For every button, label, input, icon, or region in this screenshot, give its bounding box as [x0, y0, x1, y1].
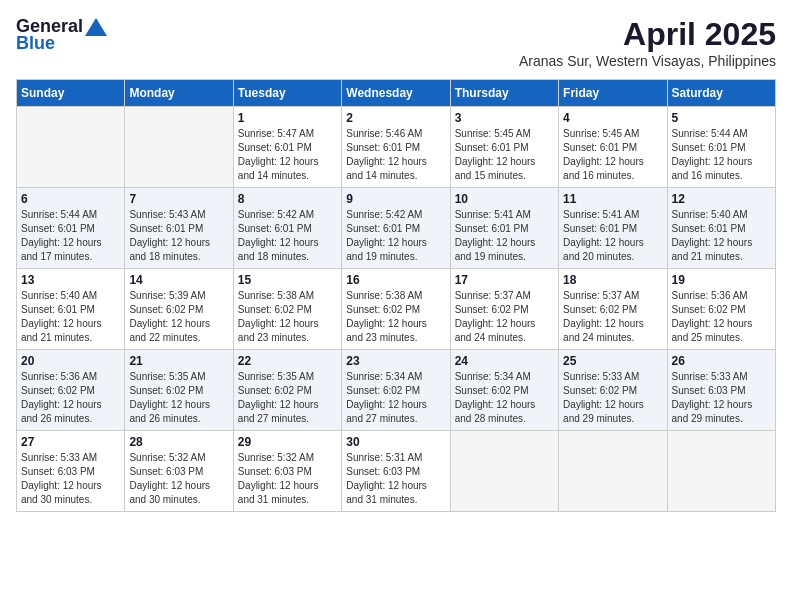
day-info: Sunrise: 5:44 AM Sunset: 6:01 PM Dayligh…	[672, 127, 771, 183]
day-info: Sunrise: 5:40 AM Sunset: 6:01 PM Dayligh…	[672, 208, 771, 264]
weekday-header-sunday: Sunday	[17, 80, 125, 107]
calendar-week-2: 6Sunrise: 5:44 AM Sunset: 6:01 PM Daylig…	[17, 188, 776, 269]
day-info: Sunrise: 5:46 AM Sunset: 6:01 PM Dayligh…	[346, 127, 445, 183]
day-number: 8	[238, 192, 337, 206]
month-title: April 2025	[519, 16, 776, 53]
calendar-day-9: 9Sunrise: 5:42 AM Sunset: 6:01 PM Daylig…	[342, 188, 450, 269]
calendar-day-26: 26Sunrise: 5:33 AM Sunset: 6:03 PM Dayli…	[667, 350, 775, 431]
calendar-day-10: 10Sunrise: 5:41 AM Sunset: 6:01 PM Dayli…	[450, 188, 558, 269]
day-info: Sunrise: 5:38 AM Sunset: 6:02 PM Dayligh…	[346, 289, 445, 345]
day-number: 21	[129, 354, 228, 368]
day-number: 9	[346, 192, 445, 206]
day-info: Sunrise: 5:34 AM Sunset: 6:02 PM Dayligh…	[455, 370, 554, 426]
day-number: 28	[129, 435, 228, 449]
calendar-week-1: 1Sunrise: 5:47 AM Sunset: 6:01 PM Daylig…	[17, 107, 776, 188]
day-info: Sunrise: 5:37 AM Sunset: 6:02 PM Dayligh…	[563, 289, 662, 345]
day-info: Sunrise: 5:32 AM Sunset: 6:03 PM Dayligh…	[238, 451, 337, 507]
calendar-day-13: 13Sunrise: 5:40 AM Sunset: 6:01 PM Dayli…	[17, 269, 125, 350]
weekday-header-monday: Monday	[125, 80, 233, 107]
day-number: 10	[455, 192, 554, 206]
day-number: 1	[238, 111, 337, 125]
logo: General Blue	[16, 16, 107, 54]
day-number: 3	[455, 111, 554, 125]
day-info: Sunrise: 5:42 AM Sunset: 6:01 PM Dayligh…	[238, 208, 337, 264]
day-info: Sunrise: 5:33 AM Sunset: 6:02 PM Dayligh…	[563, 370, 662, 426]
calendar-table: SundayMondayTuesdayWednesdayThursdayFrid…	[16, 79, 776, 512]
day-number: 4	[563, 111, 662, 125]
day-number: 24	[455, 354, 554, 368]
calendar-day-17: 17Sunrise: 5:37 AM Sunset: 6:02 PM Dayli…	[450, 269, 558, 350]
day-info: Sunrise: 5:38 AM Sunset: 6:02 PM Dayligh…	[238, 289, 337, 345]
calendar-day-5: 5Sunrise: 5:44 AM Sunset: 6:01 PM Daylig…	[667, 107, 775, 188]
calendar-day-empty	[450, 431, 558, 512]
calendar-week-3: 13Sunrise: 5:40 AM Sunset: 6:01 PM Dayli…	[17, 269, 776, 350]
day-info: Sunrise: 5:39 AM Sunset: 6:02 PM Dayligh…	[129, 289, 228, 345]
calendar-day-empty	[559, 431, 667, 512]
calendar-day-15: 15Sunrise: 5:38 AM Sunset: 6:02 PM Dayli…	[233, 269, 341, 350]
calendar-day-25: 25Sunrise: 5:33 AM Sunset: 6:02 PM Dayli…	[559, 350, 667, 431]
day-info: Sunrise: 5:41 AM Sunset: 6:01 PM Dayligh…	[563, 208, 662, 264]
day-info: Sunrise: 5:35 AM Sunset: 6:02 PM Dayligh…	[238, 370, 337, 426]
day-number: 17	[455, 273, 554, 287]
weekday-header-tuesday: Tuesday	[233, 80, 341, 107]
calendar-day-20: 20Sunrise: 5:36 AM Sunset: 6:02 PM Dayli…	[17, 350, 125, 431]
day-number: 19	[672, 273, 771, 287]
calendar-day-7: 7Sunrise: 5:43 AM Sunset: 6:01 PM Daylig…	[125, 188, 233, 269]
day-info: Sunrise: 5:33 AM Sunset: 6:03 PM Dayligh…	[21, 451, 120, 507]
day-number: 14	[129, 273, 228, 287]
weekday-header-wednesday: Wednesday	[342, 80, 450, 107]
calendar-day-12: 12Sunrise: 5:40 AM Sunset: 6:01 PM Dayli…	[667, 188, 775, 269]
day-info: Sunrise: 5:40 AM Sunset: 6:01 PM Dayligh…	[21, 289, 120, 345]
day-info: Sunrise: 5:33 AM Sunset: 6:03 PM Dayligh…	[672, 370, 771, 426]
day-number: 18	[563, 273, 662, 287]
day-number: 2	[346, 111, 445, 125]
calendar-day-27: 27Sunrise: 5:33 AM Sunset: 6:03 PM Dayli…	[17, 431, 125, 512]
calendar-day-2: 2Sunrise: 5:46 AM Sunset: 6:01 PM Daylig…	[342, 107, 450, 188]
calendar-week-5: 27Sunrise: 5:33 AM Sunset: 6:03 PM Dayli…	[17, 431, 776, 512]
day-number: 29	[238, 435, 337, 449]
day-info: Sunrise: 5:36 AM Sunset: 6:02 PM Dayligh…	[21, 370, 120, 426]
logo-icon	[85, 18, 107, 36]
calendar-day-8: 8Sunrise: 5:42 AM Sunset: 6:01 PM Daylig…	[233, 188, 341, 269]
calendar-day-empty	[125, 107, 233, 188]
calendar-day-30: 30Sunrise: 5:31 AM Sunset: 6:03 PM Dayli…	[342, 431, 450, 512]
day-info: Sunrise: 5:34 AM Sunset: 6:02 PM Dayligh…	[346, 370, 445, 426]
day-info: Sunrise: 5:42 AM Sunset: 6:01 PM Dayligh…	[346, 208, 445, 264]
day-number: 5	[672, 111, 771, 125]
calendar-day-23: 23Sunrise: 5:34 AM Sunset: 6:02 PM Dayli…	[342, 350, 450, 431]
weekday-header-friday: Friday	[559, 80, 667, 107]
calendar-day-21: 21Sunrise: 5:35 AM Sunset: 6:02 PM Dayli…	[125, 350, 233, 431]
calendar-day-28: 28Sunrise: 5:32 AM Sunset: 6:03 PM Dayli…	[125, 431, 233, 512]
day-number: 30	[346, 435, 445, 449]
day-info: Sunrise: 5:32 AM Sunset: 6:03 PM Dayligh…	[129, 451, 228, 507]
day-number: 26	[672, 354, 771, 368]
calendar-day-16: 16Sunrise: 5:38 AM Sunset: 6:02 PM Dayli…	[342, 269, 450, 350]
weekday-header-thursday: Thursday	[450, 80, 558, 107]
calendar-day-22: 22Sunrise: 5:35 AM Sunset: 6:02 PM Dayli…	[233, 350, 341, 431]
calendar-day-11: 11Sunrise: 5:41 AM Sunset: 6:01 PM Dayli…	[559, 188, 667, 269]
page-header: General Blue April 2025 Aranas Sur, West…	[16, 16, 776, 69]
day-number: 6	[21, 192, 120, 206]
calendar-day-18: 18Sunrise: 5:37 AM Sunset: 6:02 PM Dayli…	[559, 269, 667, 350]
svg-marker-0	[85, 18, 107, 36]
day-info: Sunrise: 5:37 AM Sunset: 6:02 PM Dayligh…	[455, 289, 554, 345]
day-info: Sunrise: 5:35 AM Sunset: 6:02 PM Dayligh…	[129, 370, 228, 426]
day-info: Sunrise: 5:31 AM Sunset: 6:03 PM Dayligh…	[346, 451, 445, 507]
day-info: Sunrise: 5:43 AM Sunset: 6:01 PM Dayligh…	[129, 208, 228, 264]
calendar-day-14: 14Sunrise: 5:39 AM Sunset: 6:02 PM Dayli…	[125, 269, 233, 350]
day-info: Sunrise: 5:44 AM Sunset: 6:01 PM Dayligh…	[21, 208, 120, 264]
calendar-day-6: 6Sunrise: 5:44 AM Sunset: 6:01 PM Daylig…	[17, 188, 125, 269]
day-number: 25	[563, 354, 662, 368]
day-info: Sunrise: 5:45 AM Sunset: 6:01 PM Dayligh…	[563, 127, 662, 183]
calendar-day-1: 1Sunrise: 5:47 AM Sunset: 6:01 PM Daylig…	[233, 107, 341, 188]
day-number: 11	[563, 192, 662, 206]
day-number: 7	[129, 192, 228, 206]
calendar-header-row: SundayMondayTuesdayWednesdayThursdayFrid…	[17, 80, 776, 107]
calendar-day-29: 29Sunrise: 5:32 AM Sunset: 6:03 PM Dayli…	[233, 431, 341, 512]
day-number: 13	[21, 273, 120, 287]
day-number: 27	[21, 435, 120, 449]
day-number: 16	[346, 273, 445, 287]
title-block: April 2025 Aranas Sur, Western Visayas, …	[519, 16, 776, 69]
calendar-day-empty	[667, 431, 775, 512]
day-info: Sunrise: 5:36 AM Sunset: 6:02 PM Dayligh…	[672, 289, 771, 345]
